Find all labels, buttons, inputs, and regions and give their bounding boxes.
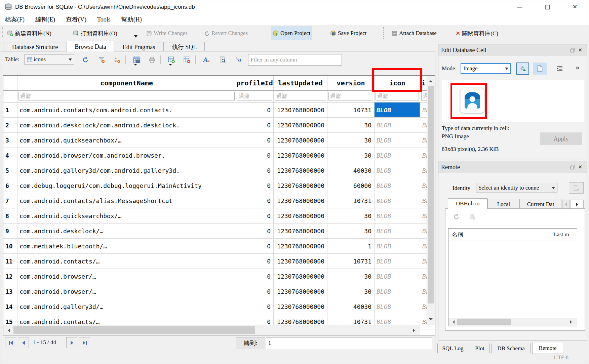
cell-version[interactable]: 40030 bbox=[327, 299, 375, 314]
cell-version[interactable]: 30 bbox=[327, 269, 375, 284]
cell-profileId[interactable]: 0 bbox=[236, 299, 274, 314]
row-number[interactable]: 11 bbox=[3, 254, 17, 269]
cell-lastUpdated[interactable]: 1230768000000 bbox=[274, 118, 327, 132]
cell-componentName[interactable]: com.android.gallery3d/com.android.galler… bbox=[17, 163, 236, 178]
cell-profileId[interactable]: 0 bbox=[236, 163, 274, 178]
row-number[interactable]: 14 bbox=[3, 299, 17, 314]
cell-componentName[interactable]: com.debug.loggerui/com.debug.loggerui.Ma… bbox=[17, 178, 236, 193]
cell-lastUpdated[interactable]: 1230768000000 bbox=[274, 269, 327, 284]
goto-button[interactable]: 轉到: bbox=[236, 337, 265, 349]
cell-profileId[interactable]: 0 bbox=[236, 224, 274, 238]
first-page-button[interactable] bbox=[5, 337, 16, 348]
row-number[interactable]: 12 bbox=[3, 269, 17, 284]
cell-version[interactable]: 30 bbox=[327, 133, 375, 148]
filter-input-componentName[interactable] bbox=[18, 92, 235, 100]
cell-version[interactable]: 40030 bbox=[327, 163, 375, 178]
apply-button[interactable]: Apply bbox=[540, 132, 582, 145]
cell-version[interactable]: 1 bbox=[327, 239, 375, 253]
table-row[interactable]: 7com.android.contacts/alias.MessageShort… bbox=[3, 193, 435, 208]
cell-componentName[interactable]: com.android.contacts/… bbox=[17, 254, 236, 269]
row-number[interactable]: 13 bbox=[3, 284, 17, 299]
open-database-dropdown-icon[interactable] bbox=[134, 35, 138, 39]
dock-tab-remote[interactable]: Remote bbox=[532, 342, 563, 354]
row-number[interactable]: 2 bbox=[3, 118, 17, 132]
dock-tab-plot[interactable]: Plot bbox=[470, 343, 490, 353]
cell-componentName[interactable]: com.android.quicksearchbox/… bbox=[17, 208, 236, 223]
cell-componentName[interactable]: com.android.deskclock/com.android.deskcl… bbox=[17, 118, 236, 132]
column-header-lastUpdated[interactable]: lastUpdated bbox=[274, 76, 327, 90]
cell-lastUpdated[interactable]: 1230768000000 bbox=[274, 208, 327, 223]
cell-icon[interactable]: BLOB bbox=[375, 299, 420, 314]
print-button[interactable] bbox=[148, 55, 156, 64]
menu-help[interactable]: 幫助(H) bbox=[117, 14, 147, 25]
column-header-componentName[interactable]: componentName bbox=[17, 76, 236, 90]
attach-database-button[interactable]: Attach Database bbox=[390, 27, 438, 40]
cell-version[interactable]: 30 bbox=[327, 284, 375, 299]
cell-icon[interactable]: BLOB bbox=[375, 118, 420, 132]
cell-profileId[interactable]: 0 bbox=[236, 239, 274, 253]
row-number[interactable]: 10 bbox=[3, 239, 17, 253]
column-header-version[interactable]: version bbox=[327, 76, 375, 90]
cell-componentName[interactable]: com.android.contacts/alias.MessageShortc… bbox=[17, 193, 236, 208]
remote-list-header-last-modified[interactable]: Last m bbox=[551, 231, 569, 238]
table-row[interactable]: 3com.android.quicksearchbox/…01230768000… bbox=[3, 133, 435, 148]
cell-icon[interactable]: BLOB bbox=[375, 284, 420, 299]
cell-clipped[interactable]: BLOB bbox=[420, 193, 427, 208]
minimize-button[interactable]: — bbox=[509, 0, 531, 13]
cell-icon[interactable]: BLOB bbox=[375, 133, 420, 148]
case-button[interactable]: ba bbox=[234, 55, 243, 64]
mode-combobox[interactable]: Image bbox=[461, 63, 511, 74]
table-combobox[interactable]: icons bbox=[25, 54, 74, 65]
cell-version[interactable]: 30 bbox=[327, 118, 375, 132]
hscroll-thumb[interactable] bbox=[13, 326, 255, 334]
goto-input[interactable] bbox=[266, 337, 432, 349]
cell-lastUpdated[interactable]: 1230768000000 bbox=[274, 254, 327, 269]
cell-clipped[interactable]: BLOB bbox=[420, 163, 427, 178]
open-database-button[interactable]: 打開資料庫(O) bbox=[72, 27, 119, 40]
float-panel-icon[interactable] bbox=[569, 163, 577, 171]
table-row[interactable]: 13com.android.browser/…0123076800000030B… bbox=[3, 284, 435, 299]
toolbar-handle[interactable] bbox=[2, 27, 3, 39]
row-number[interactable]: 8 bbox=[3, 208, 17, 223]
grid-vertical-scrollbar[interactable] bbox=[427, 76, 435, 325]
open-project-button[interactable]: Open Project bbox=[271, 27, 312, 40]
remote-tab-dbhub[interactable]: DBHub.io bbox=[448, 198, 487, 209]
save-project-button[interactable]: Save Project bbox=[329, 27, 368, 40]
cell-profileId[interactable]: 0 bbox=[236, 193, 274, 208]
cell-lastUpdated[interactable]: 1230768000000 bbox=[274, 299, 327, 314]
remote-list-header-name[interactable]: 名稱 bbox=[448, 231, 551, 239]
upload-database-button[interactable] bbox=[469, 213, 476, 220]
cell-clipped[interactable]: BLOB bbox=[420, 118, 427, 132]
cell-lastUpdated[interactable]: 1230768000000 bbox=[274, 103, 327, 117]
sort-button[interactable] bbox=[113, 55, 121, 64]
cell-version[interactable]: 30 bbox=[327, 208, 375, 223]
cell-profileId[interactable]: 0 bbox=[236, 148, 274, 163]
cell-componentName[interactable]: com.android.quicksearchbox/… bbox=[17, 133, 236, 148]
menu-file[interactable]: 檔案(F) bbox=[0, 14, 29, 25]
more-options-icon[interactable]: » bbox=[576, 64, 580, 71]
maximize-button[interactable]: □ bbox=[536, 0, 558, 13]
filter-input-clipped[interactable] bbox=[421, 92, 427, 100]
cell-icon[interactable]: BLOB bbox=[375, 163, 420, 178]
table-row[interactable]: 2com.android.deskclock/com.android.deskc… bbox=[3, 118, 435, 133]
cell-profileId[interactable]: 0 bbox=[236, 284, 274, 299]
scroll-up-icon[interactable] bbox=[429, 78, 433, 82]
table-row[interactable]: 9com.android.deskclock/…0123076800000030… bbox=[3, 224, 435, 239]
edit-cell-dock-header[interactable]: Edit Database Cell ✕ bbox=[438, 44, 587, 56]
tab-scroll-left-button[interactable] bbox=[562, 200, 570, 209]
row-number[interactable]: 9 bbox=[3, 224, 17, 238]
cell-icon[interactable]: BLOB bbox=[375, 208, 420, 223]
row-number[interactable]: 5 bbox=[3, 163, 17, 178]
remote-dock-header[interactable]: Remote ✕ bbox=[438, 161, 587, 173]
dock-tab-sql-log[interactable]: SQL Log bbox=[437, 343, 468, 353]
table-row[interactable]: 6com.debug.loggerui/com.debug.loggerui.M… bbox=[3, 178, 435, 193]
apply-format-button[interactable] bbox=[554, 63, 565, 74]
document-view-button[interactable] bbox=[533, 63, 547, 75]
cell-icon[interactable]: BLOB bbox=[375, 224, 420, 238]
import-data-button[interactable] bbox=[516, 63, 529, 75]
identity-certificate-button[interactable] bbox=[569, 182, 584, 194]
cell-clipped[interactable]: BLOB bbox=[420, 178, 427, 193]
cell-icon[interactable]: BLOB bbox=[375, 254, 420, 269]
table-row[interactable]: 14com.android.gallery3d/…012307680000004… bbox=[3, 299, 435, 314]
cell-icon[interactable]: BLOB bbox=[375, 239, 420, 253]
